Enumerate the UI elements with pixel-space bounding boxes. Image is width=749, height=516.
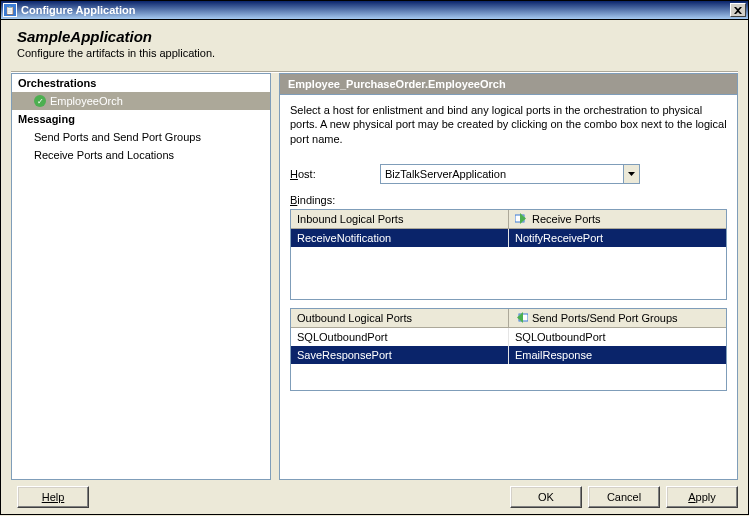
outbound-logical-cell: SaveResponsePort	[291, 346, 509, 364]
host-row: Host:	[290, 164, 727, 184]
receive-port-icon	[515, 213, 528, 224]
inbound-empty	[291, 247, 726, 299]
nav-item-label: EmployeeOrch	[50, 95, 123, 107]
app-icon: 📋	[3, 3, 17, 17]
nav-item-send-ports[interactable]: Send Ports and Send Port Groups	[12, 128, 270, 146]
inbound-col-receive: Receive Ports	[509, 210, 726, 228]
check-icon: ✓	[34, 95, 46, 107]
nav-pane[interactable]: Orchestrations ✓ EmployeeOrch Messaging …	[11, 73, 271, 480]
help-button[interactable]: Help	[17, 486, 89, 508]
host-combo[interactable]	[380, 164, 640, 184]
inbound-grid[interactable]: Inbound Logical Ports Receive Ports Rece…	[290, 209, 727, 300]
host-dropdown-button[interactable]	[623, 165, 639, 183]
page-description: Configure the artifacts in this applicat…	[17, 47, 738, 59]
close-icon	[734, 7, 742, 14]
outbound-col-logical: Outbound Logical Ports	[291, 309, 509, 327]
close-button[interactable]	[730, 3, 746, 17]
inbound-logical-cell: ReceiveNotification	[291, 229, 509, 247]
outbound-empty	[291, 364, 726, 390]
nav-item-receive-ports[interactable]: Receive Ports and Locations	[12, 146, 270, 164]
send-port-icon	[515, 312, 528, 323]
inbound-row[interactable]: ReceiveNotification NotifyReceivePort	[291, 229, 726, 247]
outbound-logical-cell: SQLOutboundPort	[291, 328, 509, 346]
outbound-row[interactable]: SaveResponsePort EmailResponse	[291, 346, 726, 364]
header-area: SampleApplication Configure the artifact…	[11, 28, 738, 59]
outbound-grid-header: Outbound Logical Ports Send Ports/Send P…	[291, 309, 726, 328]
outbound-row[interactable]: SQLOutboundPort SQLOutboundPort	[291, 328, 726, 346]
detail-pane: Employee_PurchaseOrder.EmployeeOrch Sele…	[279, 73, 738, 480]
cancel-button[interactable]: Cancel	[588, 486, 660, 508]
window-title: Configure Application	[21, 4, 730, 16]
button-row: Help OK Cancel Apply	[11, 480, 738, 508]
outbound-physical-cell[interactable]: EmailResponse	[509, 346, 726, 364]
outbound-col-send: Send Ports/Send Port Groups	[509, 309, 726, 327]
bindings-label: Bindings:	[290, 194, 727, 206]
inbound-physical-cell[interactable]: NotifyReceivePort	[509, 229, 726, 247]
chevron-down-icon	[628, 172, 635, 176]
detail-body: Select a host for enlistment and bind an…	[280, 95, 737, 479]
page-title: SampleApplication	[17, 28, 738, 45]
detail-description: Select a host for enlistment and bind an…	[290, 103, 727, 146]
nav-item-label: Send Ports and Send Port Groups	[34, 131, 201, 143]
nav-item-employeeorch[interactable]: ✓ EmployeeOrch	[12, 92, 270, 110]
main-row: Orchestrations ✓ EmployeeOrch Messaging …	[11, 73, 738, 480]
titlebar: 📋 Configure Application	[0, 0, 749, 20]
nav-header-messaging: Messaging	[12, 110, 270, 128]
apply-button[interactable]: Apply	[666, 486, 738, 508]
outbound-physical-cell[interactable]: SQLOutboundPort	[509, 328, 726, 346]
nav-item-label: Receive Ports and Locations	[34, 149, 174, 161]
outbound-grid[interactable]: Outbound Logical Ports Send Ports/Send P…	[290, 308, 727, 391]
ok-button[interactable]: OK	[510, 486, 582, 508]
host-label: Host:	[290, 168, 380, 180]
nav-header-orchestrations: Orchestrations	[12, 74, 270, 92]
host-input[interactable]	[381, 165, 623, 183]
dialog-body: SampleApplication Configure the artifact…	[0, 20, 749, 515]
detail-title: Employee_PurchaseOrder.EmployeeOrch	[280, 74, 737, 95]
inbound-col-logical: Inbound Logical Ports	[291, 210, 509, 228]
inbound-grid-header: Inbound Logical Ports Receive Ports	[291, 210, 726, 229]
